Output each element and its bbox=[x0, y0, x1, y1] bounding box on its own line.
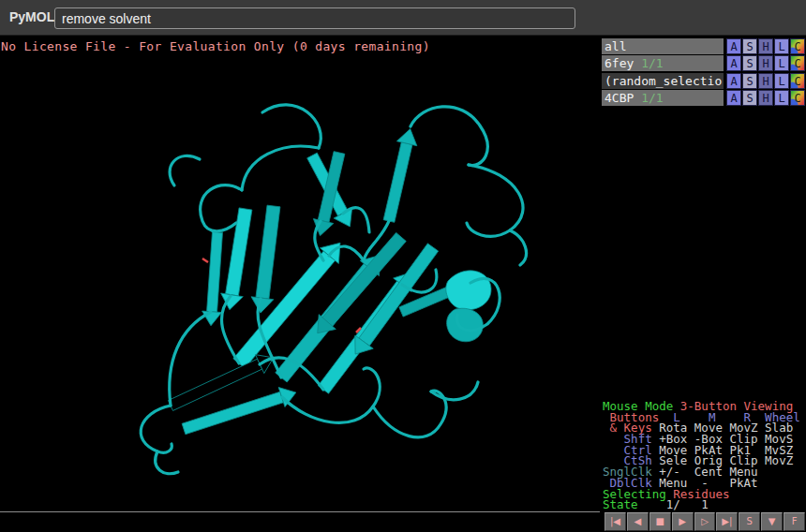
play-button[interactable]: ▶ bbox=[672, 512, 694, 531]
action-menu-button[interactable]: A bbox=[726, 90, 741, 106]
object-name[interactable]: (random_selectio bbox=[602, 73, 724, 89]
object-row-4cbp: 4CBP 1/1 A S H L C bbox=[602, 90, 806, 106]
step-forward-button[interactable]: ▷ bbox=[694, 512, 716, 531]
scene-button[interactable]: S bbox=[739, 512, 760, 531]
hide-menu-button[interactable]: H bbox=[758, 90, 773, 106]
panel-toggle-button[interactable]: ▼ bbox=[761, 512, 783, 531]
protein-structure bbox=[0, 36, 600, 512]
action-menu-button[interactable]: A bbox=[726, 38, 741, 54]
object-name[interactable]: 4CBP 1/1 bbox=[602, 90, 724, 106]
rewind-button[interactable]: |◀ bbox=[604, 512, 626, 531]
label-menu-button[interactable]: L bbox=[774, 90, 789, 106]
show-menu-button[interactable]: S bbox=[742, 38, 757, 54]
label-menu-button[interactable]: L bbox=[774, 38, 789, 54]
show-menu-button[interactable]: S bbox=[742, 73, 757, 89]
molecular-viewport[interactable]: No License File - For Evaluation Only (0… bbox=[0, 36, 600, 512]
action-menu-button[interactable]: A bbox=[726, 73, 741, 89]
color-menu-button[interactable]: C bbox=[790, 55, 805, 71]
stop-button[interactable]: ■ bbox=[649, 512, 671, 531]
object-row-random-selection: (random_selectio A S H L C bbox=[602, 73, 806, 89]
command-bar: PyMOL> bbox=[0, 0, 806, 36]
hide-menu-button[interactable]: H bbox=[758, 73, 773, 89]
state-counter: 1/1 bbox=[641, 56, 663, 70]
atom-speck bbox=[202, 259, 208, 262]
object-row-all: all A S H L C bbox=[602, 38, 806, 54]
label-menu-button[interactable]: L bbox=[774, 73, 789, 89]
color-menu-button[interactable]: C bbox=[790, 73, 805, 89]
hide-menu-button[interactable]: H bbox=[758, 55, 773, 71]
state-counter: 1/1 bbox=[641, 91, 663, 105]
label-menu-button[interactable]: L bbox=[774, 55, 789, 71]
state-indicator: State 1/ 1 bbox=[603, 499, 800, 510]
color-menu-button[interactable]: C bbox=[790, 90, 805, 106]
gl-command-prompt[interactable]: PyMOL>_ bbox=[0, 511, 600, 532]
fast-forward-button[interactable]: ▶| bbox=[716, 512, 738, 531]
show-menu-button[interactable]: S bbox=[742, 55, 757, 71]
fullscreen-button[interactable]: F bbox=[784, 512, 805, 531]
mouse-mode-panel: Mouse Mode 3-Button Viewing Buttons L M … bbox=[603, 401, 800, 510]
pymol-window: { "app": { "name": "PyMOL" }, "palette":… bbox=[0, 0, 806, 532]
color-menu-button[interactable]: C bbox=[790, 38, 805, 54]
hide-menu-button[interactable]: H bbox=[758, 38, 773, 54]
show-menu-button[interactable]: S bbox=[742, 90, 757, 106]
object-name[interactable]: 6fey 1/1 bbox=[602, 55, 724, 71]
movie-controls: |◀ ◀ ■ ▶ ▷ ▶| S ▼ F bbox=[601, 512, 806, 531]
object-name[interactable]: all bbox=[602, 38, 724, 54]
command-input[interactable] bbox=[54, 7, 575, 29]
step-back-button[interactable]: ◀ bbox=[627, 512, 649, 531]
object-row-6fey: 6fey 1/1 A S H L C bbox=[602, 55, 806, 71]
action-menu-button[interactable]: A bbox=[726, 55, 741, 71]
